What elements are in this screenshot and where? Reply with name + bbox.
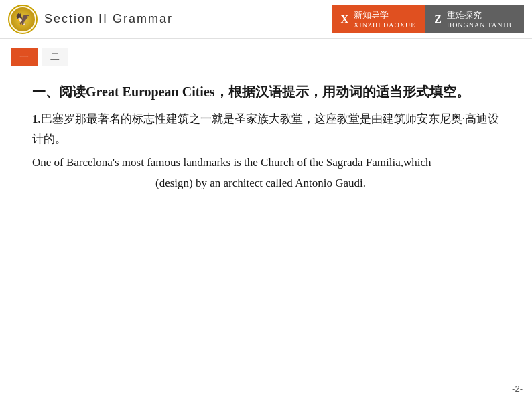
main-content: 一、阅读Great European Cities，根据汉语提示，用动词的适当形… [0, 74, 532, 207]
page-number: -2- [512, 384, 523, 394]
tabs-area: 一 二 [0, 39, 532, 74]
header-left: 🦅 Section II Grammar [8, 5, 173, 34]
badge-hongnan: Z 重难探究 HONGNAN TANJIU [425, 5, 524, 33]
tab-2[interactable]: 二 [42, 48, 68, 66]
section-title-cn1: 一、阅读 [32, 84, 86, 99]
section-title-en: Great European Cities [86, 84, 215, 99]
tab-1[interactable]: 一 [11, 48, 38, 66]
x-icon: X [341, 13, 349, 25]
section-title: 一、阅读Great European Cities，根据汉语提示，用动词的适当形… [32, 81, 500, 102]
logo-inner: 🦅 [11, 7, 35, 31]
header: 🦅 Section II Grammar X 新知导学 XINZHI DAOXU… [0, 0, 532, 39]
question-num: 1. [32, 112, 41, 125]
page-footer: -2- [512, 384, 523, 394]
logo-icon: 🦅 [15, 12, 30, 27]
answer-blank [34, 193, 154, 193]
question-1-block: 1.巴塞罗那最著名的标志性建筑之一就是圣家族大教堂，这座教堂是由建筑师安东尼奥·… [32, 109, 500, 193]
badge-z-pinyin: HONGNAN TANJIU [447, 21, 515, 29]
header-title: Section II Grammar [44, 12, 173, 26]
badge-xinzhi: X 新知导学 XINZHI DAOXUE [332, 5, 425, 33]
badge-x-text: 新知导学 XINZHI DAOXUE [354, 9, 415, 29]
question-1-cn: 1.巴塞罗那最著名的标志性建筑之一就是圣家族大教堂，这座教堂是由建筑师安东尼奥·… [32, 109, 500, 149]
en-text-part2: (design) by an architect called Antonio … [155, 177, 366, 189]
en-text-part1: One of Barcelona's most famous landmarks… [32, 156, 431, 169]
badge-z-cn: 重难探究 [447, 10, 482, 20]
header-right: X 新知导学 XINZHI DAOXUE Z 重难探究 HONGNAN TANJ… [332, 5, 524, 33]
badge-x-cn: 新知导学 [354, 10, 389, 20]
badge-x-pinyin: XINZHI DAOXUE [354, 21, 415, 29]
badge-z-text: 重难探究 HONGNAN TANJIU [447, 9, 515, 29]
section-title-cn2: ，根据汉语提示，用动词的适当形式填空。 [215, 84, 470, 99]
question-1-en: One of Barcelona's most famous landmarks… [32, 152, 500, 194]
logo: 🦅 [8, 5, 38, 34]
z-icon: Z [434, 13, 442, 25]
